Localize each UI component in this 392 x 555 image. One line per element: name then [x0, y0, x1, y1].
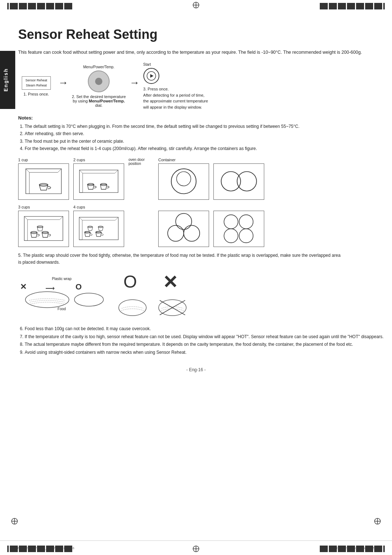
step-2-label: 2. Set the desired temperatureby using M… — [72, 94, 126, 108]
container-item: Container — [158, 158, 209, 200]
notes-section: Notes: The default setting is 70°C when … — [18, 115, 392, 153]
mark-blk — [19, 3, 27, 9]
svg-text:⟶: ⟶ — [45, 285, 55, 292]
bottom-note-9: Avoid using straight-sided containers wi… — [25, 349, 392, 357]
two-circle-item: . — [213, 158, 264, 200]
step-2-box: Menu/Power/Temp. 2. Set the desired temp… — [72, 65, 126, 108]
cup-4-frame — [73, 211, 124, 247]
cup-4-item: 4 cups — [73, 205, 124, 247]
step-1-box: Sensor ReheatSteam Reheat 1. Press once. — [18, 76, 54, 96]
top-marks — [0, 0, 392, 12]
intro-text: This feature can cook food without setti… — [18, 49, 392, 56]
language-sidebar: English — [0, 51, 15, 109]
oven-door-label: oven door position — [128, 158, 154, 167]
three-circle-item: . — [158, 205, 209, 247]
notes-title: Notes: — [18, 115, 392, 121]
note-1: The default setting is 70°C when pluggin… — [25, 123, 392, 130]
sensor-reheat-button: Sensor ReheatSteam Reheat — [22, 76, 51, 90]
step-1-label: 1. Press once. — [24, 92, 49, 96]
plastic-wrap-svg: ✕ ⟶ O — [18, 281, 105, 311]
mark-blk — [347, 3, 355, 9]
svg-point-9 — [176, 172, 191, 186]
mark-blk — [37, 3, 45, 9]
mark-blk — [338, 3, 346, 9]
plastic-bad-icon: ✕ — [156, 270, 189, 319]
svg-text:✕: ✕ — [163, 272, 178, 292]
start-button-icon — [143, 68, 159, 84]
cup-1-frame — [18, 163, 69, 200]
mark-blk — [329, 3, 337, 9]
container-frame — [158, 163, 209, 200]
svg-text:✕: ✕ — [20, 282, 26, 291]
plastic-icons: O ✕ — [116, 270, 189, 319]
mark-blk — [28, 3, 36, 9]
note-4: For the beverage, the reheat field is 1-… — [25, 145, 392, 152]
right-compass-mark — [374, 518, 381, 526]
cup-3-frame — [18, 211, 69, 247]
cup-1-label: 1 cup — [18, 158, 69, 162]
plastic-section: Plastic wrap ✕ ⟶ O Food O — [18, 270, 392, 319]
cup-2-label: 2 cups — [73, 158, 124, 162]
mark-blk — [55, 3, 63, 9]
svg-point-32 — [119, 300, 146, 316]
svg-point-11 — [237, 172, 256, 191]
top-compass-mark — [192, 1, 200, 10]
dial-label: Menu/Power/Temp. — [83, 65, 114, 69]
cup-4-label: 4 cups — [73, 205, 124, 209]
steps-diagram: Sensor ReheatSteam Reheat 1. Press once.… — [18, 62, 392, 110]
svg-text:O: O — [75, 282, 82, 291]
plastic-note: 5. The plastic wrap should cover the foo… — [18, 252, 345, 266]
mark-blk — [46, 3, 54, 9]
bottom-marks — [0, 543, 392, 555]
bottom-note-7: If the temperature of the cavity is too … — [25, 333, 392, 341]
step-3-box: Start 3. Press once.After detecting for … — [143, 62, 223, 110]
svg-point-19 — [168, 226, 184, 242]
mark-blk — [64, 3, 72, 9]
step-3-label: 3. Press once.After detecting for a peri… — [143, 86, 208, 110]
notes-list: The default setting is 70°C when pluggin… — [18, 123, 392, 153]
cup-1-item: 1 cup — [18, 158, 69, 200]
left-compass-mark — [11, 518, 18, 526]
cup-3-item: 3 cups — [18, 205, 69, 247]
four-circle-item: . — [213, 205, 264, 247]
svg-point-27 — [25, 292, 69, 308]
bottom-note-6: Food less than 100g can not be detected.… — [25, 325, 392, 333]
cups-row-1: 1 cup 2 cups — [18, 158, 392, 200]
reg-mark-right — [383, 3, 385, 9]
arrow-2: → — [130, 77, 140, 89]
bottom-note-8: The actual temperature maybe different f… — [25, 341, 392, 349]
svg-point-24 — [224, 229, 238, 243]
start-label: Start — [143, 62, 151, 66]
bottom-marks-right — [320, 546, 385, 552]
note-2: After reheating, stir then serve. — [25, 130, 392, 137]
svg-point-8 — [171, 169, 196, 194]
page-title: Sensor Reheat Setting — [18, 12, 392, 42]
container-label: Container — [158, 158, 209, 162]
mark-blk — [356, 3, 364, 9]
cups-section: 1 cup 2 cups — [18, 158, 392, 247]
three-circle-frame — [158, 211, 209, 247]
svg-point-23 — [239, 215, 253, 229]
plastic-wrap-label: Plastic wrap — [52, 277, 72, 281]
cup-2-item: 2 cups — [73, 158, 124, 200]
svg-point-10 — [221, 172, 240, 191]
cup-2-frame — [73, 163, 124, 200]
svg-marker-4 — [150, 74, 154, 78]
dial-circle — [88, 70, 110, 92]
arrow-1: → — [58, 77, 68, 89]
plastic-good-icon: O — [116, 270, 149, 319]
svg-point-21 — [176, 214, 192, 230]
svg-point-30 — [74, 293, 103, 306]
bottom-compass-mark — [192, 545, 200, 554]
bottom-marks-left — [7, 546, 72, 552]
page-number: - Eng-16 - — [0, 367, 392, 372]
bottom-notes: Food less than 100g can not be detected.… — [18, 325, 392, 356]
mark-blk — [365, 3, 373, 9]
cups-row-2: 3 cups — [18, 205, 392, 247]
plastic-wrap-diagram: Plastic wrap ✕ ⟶ O Food — [18, 277, 105, 311]
mark-blk — [320, 3, 328, 9]
bottom-notes-list: Food less than 100g can not be detected.… — [18, 325, 392, 356]
note-3: The food must be put in the center of ce… — [25, 138, 392, 145]
svg-text:O: O — [123, 272, 137, 291]
svg-point-20 — [184, 226, 200, 242]
